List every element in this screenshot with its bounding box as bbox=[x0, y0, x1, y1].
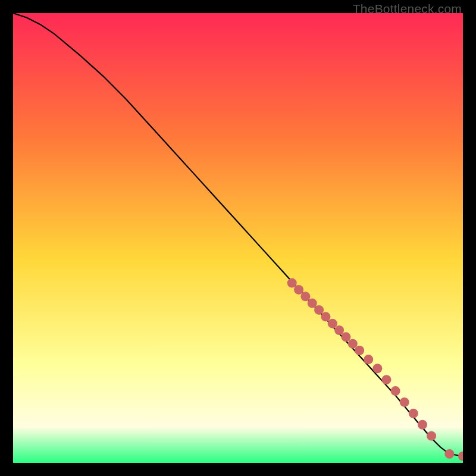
marker-point bbox=[391, 386, 400, 396]
marker-point bbox=[328, 319, 337, 328]
marker-point bbox=[314, 305, 324, 315]
marker-point bbox=[409, 409, 418, 418]
bottleneck-chart bbox=[13, 13, 463, 463]
marker-point bbox=[308, 299, 317, 308]
marker-point bbox=[372, 364, 382, 373]
marker-point bbox=[287, 278, 297, 288]
marker-point bbox=[418, 420, 427, 430]
marker-point bbox=[427, 431, 436, 441]
chart-frame: TheBottleneck.com bbox=[0, 0, 476, 476]
marker-point bbox=[341, 332, 350, 342]
marker-point bbox=[355, 346, 364, 355]
marker-point bbox=[294, 285, 303, 295]
plot-area bbox=[13, 13, 463, 463]
marker-point bbox=[300, 292, 310, 301]
marker-point bbox=[321, 312, 330, 321]
marker-point bbox=[348, 339, 358, 349]
marker-point bbox=[381, 375, 391, 384]
marker-point bbox=[364, 355, 373, 364]
marker-point bbox=[400, 397, 409, 407]
marker-point bbox=[334, 325, 344, 335]
marker-point bbox=[444, 449, 454, 459]
